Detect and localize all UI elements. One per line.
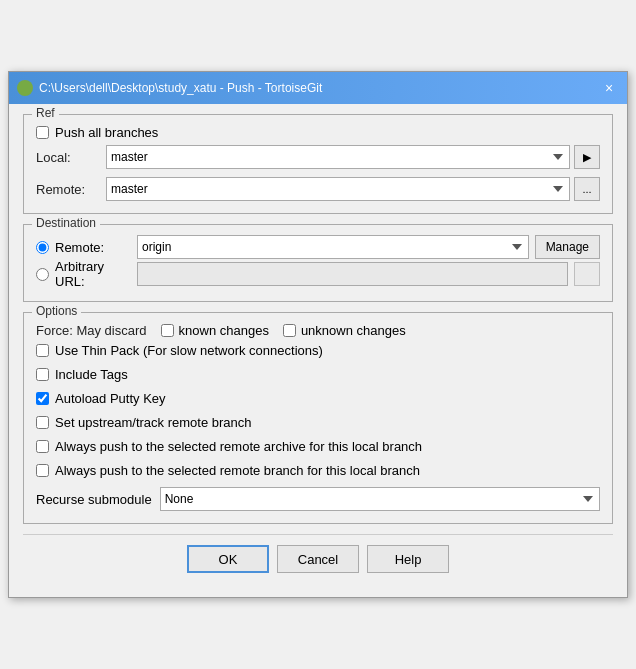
known-changes-checkbox[interactable] — [161, 324, 174, 337]
local-arrow-button[interactable]: ▶ — [574, 145, 600, 169]
local-branch-select[interactable]: master — [106, 145, 570, 169]
recurse-row: Recurse submodule None — [36, 487, 600, 511]
remote-row: Remote: master ... — [36, 177, 600, 201]
destination-group: Destination Remote: origin Manage Arbitr… — [23, 224, 613, 302]
footer: OK Cancel Help — [23, 534, 613, 587]
window-title: C:\Users\dell\Desktop\study_xatu - Push … — [39, 81, 322, 95]
include-tags-label: Include Tags — [55, 367, 128, 382]
known-changes-label: known changes — [179, 323, 269, 338]
always-push-branch-row: Always push to the selected remote branc… — [36, 463, 600, 478]
title-bar: C:\Users\dell\Desktop\study_xatu - Push … — [9, 72, 627, 104]
close-button[interactable]: × — [599, 78, 619, 98]
remote-dest-label: Remote: — [36, 240, 131, 255]
remote-dest-text: Remote: — [55, 240, 104, 255]
unknown-changes-check: unknown changes — [283, 323, 406, 338]
app-icon — [17, 80, 33, 96]
remote-branch-select[interactable]: master — [106, 177, 570, 201]
arbitrary-url-radio[interactable] — [36, 268, 49, 281]
unknown-changes-checkbox[interactable] — [283, 324, 296, 337]
include-tags-checkbox[interactable] — [36, 368, 49, 381]
unknown-changes-label: unknown changes — [301, 323, 406, 338]
autoload-putty-label: Autoload Putty Key — [55, 391, 166, 406]
arbitrary-url-input[interactable] — [137, 262, 568, 286]
title-bar-left: C:\Users\dell\Desktop\study_xatu - Push … — [17, 80, 322, 96]
remote-dest-row: Remote: origin Manage — [36, 235, 600, 259]
remote-controls: master ... — [106, 177, 600, 201]
known-changes-check: known changes — [161, 323, 269, 338]
ok-button[interactable]: OK — [187, 545, 269, 573]
force-label: Force: May discard — [36, 323, 147, 338]
push-all-branches-row: Push all branches — [36, 125, 600, 140]
local-label: Local: — [36, 150, 106, 165]
local-controls: master ▶ — [106, 145, 600, 169]
manage-button[interactable]: Manage — [535, 235, 600, 259]
push-all-branches-label: Push all branches — [55, 125, 158, 140]
options-group-label: Options — [32, 304, 81, 318]
recurse-label: Recurse submodule — [36, 492, 152, 507]
content-area: Ref Push all branches Local: master ▶ Re… — [9, 104, 627, 597]
main-window: C:\Users\dell\Desktop\study_xatu - Push … — [8, 71, 628, 598]
arbitrary-url-label: Arbitrary URL: — [36, 259, 131, 289]
ref-group-label: Ref — [32, 106, 59, 120]
use-thin-pack-row: Use Thin Pack (For slow network connecti… — [36, 343, 600, 358]
cancel-button[interactable]: Cancel — [277, 545, 359, 573]
arbitrary-url-select[interactable] — [574, 262, 600, 286]
remote-dest-select[interactable]: origin — [137, 235, 529, 259]
always-push-branch-checkbox[interactable] — [36, 464, 49, 477]
arbitrary-url-row: Arbitrary URL: — [36, 259, 600, 289]
include-tags-row: Include Tags — [36, 367, 600, 382]
force-row: Force: May discard known changes unknown… — [36, 323, 600, 338]
ref-group: Ref Push all branches Local: master ▶ Re… — [23, 114, 613, 214]
options-checks: Use Thin Pack (For slow network connecti… — [36, 343, 600, 511]
arbitrary-url-text: Arbitrary URL: — [55, 259, 131, 289]
autoload-putty-checkbox[interactable] — [36, 392, 49, 405]
set-upstream-checkbox[interactable] — [36, 416, 49, 429]
always-push-archive-row: Always push to the selected remote archi… — [36, 439, 600, 454]
set-upstream-label: Set upstream/track remote branch — [55, 415, 252, 430]
local-row: Local: master ▶ — [36, 145, 600, 169]
use-thin-pack-label: Use Thin Pack (For slow network connecti… — [55, 343, 323, 358]
remote-label: Remote: — [36, 182, 106, 197]
always-push-archive-checkbox[interactable] — [36, 440, 49, 453]
destination-group-label: Destination — [32, 216, 100, 230]
set-upstream-row: Set upstream/track remote branch — [36, 415, 600, 430]
push-all-branches-checkbox[interactable] — [36, 126, 49, 139]
recurse-select[interactable]: None — [160, 487, 600, 511]
remote-dots-button[interactable]: ... — [574, 177, 600, 201]
always-push-branch-label: Always push to the selected remote branc… — [55, 463, 420, 478]
options-group: Options Force: May discard known changes… — [23, 312, 613, 524]
always-push-archive-label: Always push to the selected remote archi… — [55, 439, 422, 454]
help-button[interactable]: Help — [367, 545, 449, 573]
use-thin-pack-checkbox[interactable] — [36, 344, 49, 357]
autoload-putty-row: Autoload Putty Key — [36, 391, 600, 406]
remote-radio[interactable] — [36, 241, 49, 254]
